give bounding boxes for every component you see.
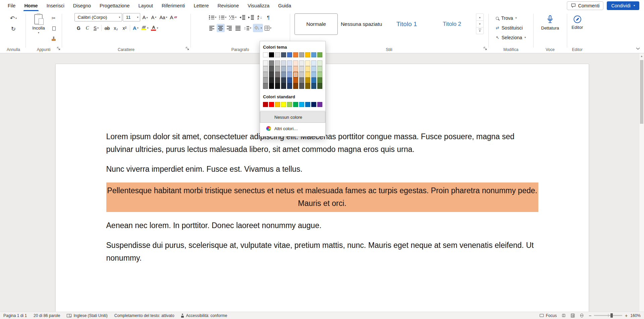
theme-variant-swatch[interactable]	[287, 77, 292, 83]
strikethrough-button[interactable]: ab	[103, 24, 111, 32]
paragraph[interactable]: Aenean nec lorem. In porttitor. Donec la…	[106, 219, 538, 232]
theme-variant-swatch[interactable]	[299, 72, 304, 77]
style-normale[interactable]: Normale	[294, 13, 338, 35]
theme-variant-swatch[interactable]	[263, 60, 268, 66]
shading-button[interactable]: ▾	[253, 24, 263, 32]
collapse-ribbon-button[interactable]	[636, 45, 640, 51]
theme-variant-swatch[interactable]	[311, 77, 316, 83]
zoom-out-button[interactable]: −	[589, 313, 591, 318]
standard-color-swatch[interactable]	[269, 102, 274, 107]
theme-variant-swatch[interactable]	[299, 60, 304, 66]
standard-color-swatch[interactable]	[287, 102, 292, 107]
styles-scroll-up[interactable]: ▴	[476, 14, 483, 20]
cut-button[interactable]: ✂	[50, 14, 58, 22]
no-color-item[interactable]: Nessun colore	[260, 111, 325, 123]
theme-variant-swatch[interactable]	[317, 77, 322, 83]
paragraph[interactable]: Nunc viverra imperdiet enim. Fusce est. …	[106, 163, 538, 175]
theme-variant-swatch[interactable]	[263, 66, 268, 72]
theme-variant-swatch[interactable]	[275, 60, 280, 66]
theme-variant-swatch[interactable]	[269, 72, 274, 77]
theme-variant-swatch[interactable]	[317, 83, 322, 89]
zoom-level[interactable]: 160%	[630, 313, 641, 318]
theme-variant-swatch[interactable]	[305, 77, 310, 83]
theme-variant-swatch[interactable]	[311, 83, 316, 89]
theme-variant-swatch[interactable]	[269, 60, 274, 66]
bullets-button[interactable]: ▾	[208, 13, 217, 21]
theme-variant-swatch[interactable]	[275, 77, 280, 83]
find-button[interactable]: Trova▾	[494, 14, 519, 22]
theme-color-swatch[interactable]	[311, 52, 316, 57]
increase-indent-button[interactable]	[247, 13, 255, 21]
theme-variant-swatch[interactable]	[287, 60, 292, 66]
standard-color-swatch[interactable]	[293, 102, 298, 107]
theme-variant-swatch[interactable]	[305, 60, 310, 66]
theme-variant-swatch[interactable]	[281, 60, 286, 66]
theme-variant-swatch[interactable]	[293, 72, 298, 77]
accessibility-status[interactable]: Accessibilità: conforme	[181, 313, 227, 318]
theme-variant-swatch[interactable]	[311, 72, 316, 77]
tab-visualizza[interactable]: Visualizza	[243, 0, 274, 11]
theme-variant-swatch[interactable]	[317, 66, 322, 72]
numbering-button[interactable]: ▾	[218, 13, 227, 21]
theme-variant-swatch[interactable]	[263, 83, 268, 89]
standard-color-swatch[interactable]	[311, 102, 316, 107]
paragraph[interactable]: Suspendisse dui purus, scelerisque at, v…	[106, 239, 538, 264]
theme-variant-swatch[interactable]	[287, 83, 292, 89]
style-titolo-1[interactable]: Titolo 1	[385, 13, 428, 35]
read-mode-button[interactable]	[561, 314, 566, 318]
theme-variant-swatch[interactable]	[293, 77, 298, 83]
dialog-launcher-appunti[interactable]	[57, 46, 60, 52]
theme-color-swatch[interactable]	[317, 52, 322, 57]
clear-formatting-button[interactable]: A	[169, 13, 178, 21]
style-nessuna-spaziatura[interactable]: Nessuna spaziatu	[340, 13, 383, 35]
theme-variant-swatch[interactable]	[293, 60, 298, 66]
theme-color-swatch[interactable]	[299, 52, 304, 57]
tab-lettere[interactable]: Lettere	[189, 0, 213, 11]
editor-button[interactable]: Editor	[568, 13, 586, 32]
theme-variant-swatch[interactable]	[263, 72, 268, 77]
theme-color-swatch[interactable]	[275, 52, 280, 57]
theme-variant-swatch[interactable]	[311, 66, 316, 72]
language-status[interactable]: Inglese (Stati Uniti)	[67, 313, 107, 318]
theme-variant-swatch[interactable]	[281, 66, 286, 72]
shaded-paragraph[interactable]: Pellentesque habitant morbi tristique se…	[106, 182, 538, 212]
align-center-button[interactable]	[217, 24, 225, 32]
font-size-select[interactable]: 11 ▾	[123, 13, 140, 21]
theme-variant-swatch[interactable]	[305, 72, 310, 77]
focus-toggle[interactable]: Focus	[540, 313, 557, 318]
dialog-launcher-carattere[interactable]	[185, 46, 189, 52]
theme-variant-swatch[interactable]	[305, 66, 310, 72]
standard-color-swatch[interactable]	[305, 102, 310, 107]
standard-color-swatch[interactable]	[317, 102, 322, 107]
font-color-button[interactable]: A ▾	[150, 24, 159, 32]
line-spacing-button[interactable]: ↕▾	[243, 24, 252, 32]
vertical-scrollbar[interactable]: ▲	[639, 53, 644, 312]
standard-color-swatch[interactable]	[299, 102, 304, 107]
comments-button[interactable]: Commenti	[567, 1, 604, 10]
align-right-button[interactable]	[225, 24, 233, 32]
format-painter-button[interactable]	[50, 35, 58, 43]
theme-color-swatch[interactable]	[269, 52, 274, 57]
theme-variant-swatch[interactable]	[317, 60, 322, 66]
theme-variant-swatch[interactable]	[269, 66, 274, 72]
tab-guida[interactable]: Guida	[274, 0, 296, 11]
theme-variant-swatch[interactable]	[287, 66, 292, 72]
more-colors-item[interactable]: Altri colori…	[260, 123, 325, 134]
word-count[interactable]: 20 di 86 parole	[34, 313, 60, 318]
multilevel-list-button[interactable]: ▾	[228, 13, 237, 21]
scroll-thumb[interactable]	[640, 60, 643, 124]
theme-color-swatch[interactable]	[281, 52, 286, 57]
styles-scroll-down[interactable]: ▾	[476, 20, 483, 27]
shrink-font-button[interactable]: A▾	[150, 13, 158, 21]
dictate-button[interactable]: Dettatura	[538, 13, 562, 33]
paste-button[interactable]: Incolla ▾	[30, 13, 48, 35]
theme-variant-swatch[interactable]	[275, 72, 280, 77]
subscript-button[interactable]: x₂	[112, 24, 120, 32]
copy-button[interactable]	[50, 24, 58, 33]
show-formatting-marks-button[interactable]: ¶	[264, 13, 272, 21]
theme-variant-swatch[interactable]	[293, 83, 298, 89]
tab-progettazione[interactable]: Progettazione	[95, 0, 134, 11]
styles-gallery-expand[interactable]: ▾	[476, 27, 483, 34]
theme-variant-swatch[interactable]	[293, 66, 298, 72]
undo-button[interactable]: ↶ ▾	[9, 14, 18, 22]
